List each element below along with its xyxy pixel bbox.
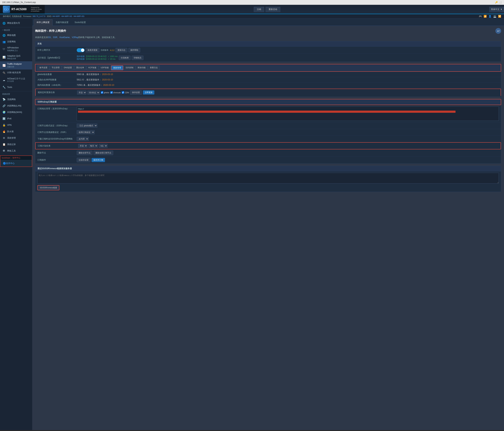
func-tab-nodes[interactable]: 节点管理 xyxy=(50,65,62,70)
subscription-mode-value: 【1】gfwlist模式 xyxy=(77,124,499,128)
func-tab-access[interactable]: 访问控制 xyxy=(124,65,135,70)
url-https-prefix: https:// xyxy=(78,108,498,110)
brand-area: RT-AC5300 Powered byMerlin & Vortex& koo… xyxy=(0,5,45,14)
detail-status-button[interactable]: 详细状态 xyxy=(132,56,144,60)
func-tab-addon[interactable]: 附加功能 xyxy=(136,65,148,70)
screen-icon[interactable]: 💻 xyxy=(493,15,496,18)
back-button[interactable]: ↩ xyxy=(495,28,501,34)
wifi-icon[interactable]: 📶 xyxy=(484,15,487,18)
sidebar-item-traffic-analyzer[interactable]: 📈 Traffic Analyzer 流量分析 xyxy=(0,61,32,70)
logout-button[interactable]: 注销 xyxy=(254,7,264,12)
subscription-obfs-row: 订阅节点混淆参数设定（SSR） 使用订阅设定 xyxy=(35,129,501,136)
subscription-url-textarea[interactable]: https:// xyxy=(77,106,499,121)
restart-button[interactable]: 重新启动 xyxy=(266,7,280,12)
vpn-label: VPN xyxy=(7,124,12,127)
ssid-link-1[interactable]: HH-WIFI xyxy=(52,15,60,17)
top-nav-center: 注销 重新启动 xyxy=(45,7,489,12)
gamepad-icon[interactable]: 🎮 xyxy=(479,15,482,18)
ssid-link-2[interactable]: HH-WIFI-5G xyxy=(61,15,72,17)
usb-label: USB 相关应用 xyxy=(7,71,21,74)
func-tab-dns[interactable]: DNS设置 xyxy=(62,65,74,70)
schedule-on-select[interactable]: 开启 关闭 xyxy=(77,91,86,95)
tab-socks5[interactable]: Socks5设置 xyxy=(72,19,89,26)
tab-vpn-settings[interactable]: 科学上网设置 xyxy=(34,19,53,26)
save-only-button[interactable]: 仅保存设置 xyxy=(77,158,90,162)
sidebar-item-vpn[interactable]: 🔒 VPN xyxy=(0,122,32,128)
sub-schedule-freq-select[interactable]: 每天 xyxy=(89,144,98,148)
sidebar-item-koolshare[interactable]: 🔵 软件中心 xyxy=(0,160,32,167)
sidebar-item-syslog[interactable]: 📋 系统记录 xyxy=(0,141,32,148)
language-selector[interactable]: 简体中文 ▼ xyxy=(489,7,504,12)
func-tab-blackwhite[interactable]: 黑白名单 xyxy=(74,65,86,70)
subscription-url-row: 订阅地址管理（支持SSR/v2ray） https:// xyxy=(35,105,501,123)
split-detect-button[interactable]: 分流检测 xyxy=(119,56,131,60)
check-update-button[interactable]: 检查并更新 xyxy=(86,48,99,52)
firmware-version-link[interactable]: 380.70_0-X7.9 xyxy=(32,15,45,17)
ssid-link-3[interactable]: HH-WIFI-5G xyxy=(73,15,84,17)
gfwlist-check-label: gfwlist xyxy=(104,91,109,94)
update-log-button[interactable]: 更新日志 xyxy=(116,48,127,52)
sidebar-item-wan[interactable]: 🌍 外部网络(WAN) xyxy=(0,109,32,115)
sidebar-item-aicloud[interactable]: ☁ AiCloud 2.0 个人云 2.0 应用 xyxy=(0,76,32,84)
vpn-switch-label: 科学上网开关 xyxy=(37,49,77,52)
aiprotection-label: AiProtection xyxy=(7,46,19,49)
ipv6-icon: 6️⃣ xyxy=(2,117,6,120)
update-now-button[interactable]: 立即更新 xyxy=(143,90,154,95)
link-ssr[interactable]: SSR xyxy=(53,36,57,39)
page-title-row: 梅林固件 - 科学上网插件 ↩ xyxy=(35,28,501,34)
status-foreign: 国外链接 【2020-03-12 23:46:51】 ✓ 1001 ms xyxy=(77,55,118,58)
subscription-proxy-select[interactable]: 走代理 xyxy=(77,137,89,141)
save-schedule-button[interactable]: 保存设置 xyxy=(130,90,142,95)
gfwlist-date: 2020-03-10 xyxy=(102,73,113,76)
vpn-toggle[interactable]: ✓ xyxy=(77,48,85,52)
schedule-time-select[interactable]: 03:00点 xyxy=(88,91,100,95)
cdn-checkbox[interactable] xyxy=(122,91,124,94)
update-section: gfwlist域名数量 5583 条，最后更新版本： 2020-03-10 大陆… xyxy=(35,72,501,97)
user-icon[interactable]: 👤 xyxy=(488,15,492,18)
page-title: 梅林固件 - 科学上网插件 xyxy=(35,29,66,33)
add-server-btn-row: SS/SSR/vmess链接 xyxy=(37,185,499,190)
subscription-mode-select[interactable]: 【1】gfwlist模式 xyxy=(77,124,97,128)
func-tab-log[interactable]: 查看日志 xyxy=(148,65,160,70)
sidebar-item-wireless[interactable]: 📡 无线网络 xyxy=(0,96,32,103)
func-tab-udp[interactable]: UDP加速 xyxy=(99,65,111,70)
sidebar-item-adaptive-qos[interactable]: 📊 Adaptive QoS 网络监控家 xyxy=(0,53,32,62)
func-tab-account[interactable]: 账号设置 xyxy=(37,65,49,70)
sidebar-item-usb[interactable]: 🔌 USB 相关应用 xyxy=(0,70,32,76)
sidebar-item-setup-wizard[interactable]: 🌐 网络设置向导 xyxy=(0,20,32,26)
chnroute-checkbox[interactable] xyxy=(110,91,113,94)
sidebar-item-aiprotection[interactable]: 🛡 AiProtection 智能网络卫士 xyxy=(0,45,32,53)
save-and-subscribe-button[interactable]: 保存并订阅 xyxy=(91,158,105,162)
add-server-textarea[interactable] xyxy=(37,173,499,184)
mode-label: 操作模式: 无线路由器 xyxy=(3,15,22,18)
plugin-help-button[interactable]: 插件帮助 xyxy=(128,48,140,52)
network-tools-icon: 🛠 xyxy=(2,149,6,153)
sidebar-item-lan[interactable]: 🔗 内部网络(LAN) xyxy=(0,103,32,109)
subscription-mode-label: 订阅节点模式设定（SSR/v2ray） xyxy=(37,124,77,127)
sidebar-item-network-map[interactable]: 🌐 网络地图 xyxy=(0,32,32,39)
add-server-button[interactable]: SS/SSR/vmess链接 xyxy=(38,185,59,190)
sidebar-item-sysadmin[interactable]: ⚙ 系统管理 xyxy=(0,135,32,141)
sidebar-item-network-tools[interactable]: 🛠 网络工具 xyxy=(0,148,32,154)
subscription-action-value: 仅保存设置 保存并订阅 xyxy=(77,158,499,162)
link-ss[interactable]: SS xyxy=(48,36,51,39)
subscription-obfs-select[interactable]: 使用订阅设定 xyxy=(77,130,95,134)
sub-schedule-time-select[interactable]: 4点 xyxy=(99,144,108,148)
link-koolgame[interactable]: KoolGame xyxy=(60,36,70,39)
share-icon[interactable]: 🔀 xyxy=(498,15,501,18)
link-v2ray[interactable]: V2Ray xyxy=(72,36,78,39)
sidebar-item-tools[interactable]: 🔧 Tools xyxy=(0,84,32,90)
firewall-icon: 🔥 xyxy=(2,130,6,133)
sidebar-item-firewall[interactable]: 🔥 防火墙 xyxy=(0,128,32,135)
delete-all-nodes-button[interactable]: 删除全部节点 xyxy=(77,151,92,155)
gfwlist-checkbox[interactable] xyxy=(101,91,103,94)
status-bar: 操作模式: 无线路由器 Firmware: 380.70_0-X7.9 SSID… xyxy=(0,14,504,18)
func-tab-update[interactable]: 更新管理 xyxy=(111,65,123,70)
lan-icon: 🔗 xyxy=(2,104,6,108)
tab-load-balance[interactable]: 负载均衡设置 xyxy=(53,19,72,26)
sidebar-item-ipv6[interactable]: 6️⃣ IPv6 xyxy=(0,115,32,122)
sub-schedule-on-select[interactable]: 开启 关闭 xyxy=(78,144,88,148)
delete-all-sub-nodes-button[interactable]: 删除全部订阅节点 xyxy=(94,151,113,155)
sidebar-item-guest-network[interactable]: 👥 访客网络 xyxy=(0,39,32,45)
func-tab-kcp[interactable]: KCP加速 xyxy=(86,65,98,70)
